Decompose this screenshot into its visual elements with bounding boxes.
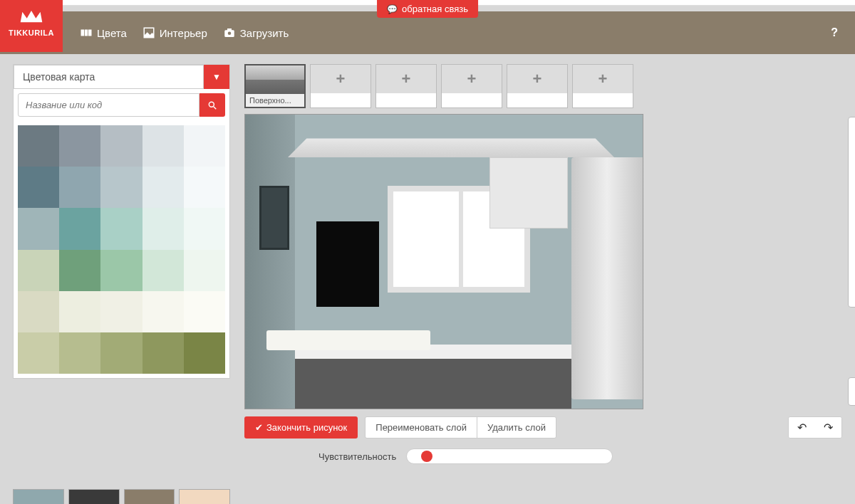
svg-rect-0 bbox=[81, 30, 85, 36]
color-swatch[interactable] bbox=[18, 332, 59, 374]
surface-tab-add[interactable]: + bbox=[310, 64, 371, 108]
color-swatch[interactable] bbox=[18, 125, 59, 167]
color-swatch[interactable] bbox=[184, 332, 225, 374]
selected-color-swatch[interactable]: S486 bbox=[124, 489, 175, 504]
color-swatch[interactable] bbox=[142, 250, 184, 291]
surface-tab-add[interactable]: + bbox=[375, 64, 437, 108]
line-tool[interactable] bbox=[849, 145, 855, 172]
feedback-label: обратная связь bbox=[402, 4, 468, 14]
color-swatch[interactable] bbox=[184, 167, 225, 208]
color-swatch[interactable] bbox=[100, 167, 142, 208]
image-icon bbox=[142, 26, 155, 39]
redo-icon: ↷ bbox=[824, 421, 833, 434]
delete-layer-button[interactable]: Удалить слой bbox=[477, 417, 556, 438]
color-swatch[interactable] bbox=[59, 250, 100, 291]
color-swatch[interactable] bbox=[18, 208, 59, 249]
chevron-down-icon: ▼ bbox=[212, 72, 221, 82]
canvas-toolbar bbox=[848, 117, 855, 308]
crown-icon bbox=[19, 9, 44, 26]
nav-colors[interactable]: Цвета bbox=[80, 26, 127, 39]
color-swatch[interactable] bbox=[59, 332, 100, 374]
search-button[interactable] bbox=[200, 93, 225, 117]
palette-icon bbox=[80, 26, 93, 39]
brand-logo[interactable]: TIKKURILA bbox=[0, 0, 63, 52]
eyedropper-tool[interactable] bbox=[849, 378, 855, 405]
surface-tabs: Поверхно... + + + + + bbox=[244, 64, 842, 108]
surface-tab-add[interactable]: + bbox=[507, 64, 568, 108]
selected-color-swatch[interactable]: Y406 bbox=[179, 489, 230, 504]
color-map-dropdown[interactable]: Цветовая карта bbox=[14, 65, 204, 89]
search-icon bbox=[207, 100, 217, 110]
selected-color-swatch[interactable]: L491 bbox=[13, 489, 64, 504]
plus-icon: + bbox=[573, 65, 633, 93]
undo-icon: ↶ bbox=[797, 421, 807, 434]
dropdown-toggle[interactable]: ▼ bbox=[204, 65, 229, 89]
nav-upload[interactable]: Загрузить bbox=[223, 26, 289, 39]
color-swatch[interactable] bbox=[59, 125, 100, 167]
svg-point-5 bbox=[228, 32, 232, 36]
color-swatch[interactable] bbox=[184, 291, 225, 332]
color-swatch[interactable] bbox=[100, 291, 142, 332]
paint-canvas[interactable] bbox=[244, 114, 643, 409]
fill-tool[interactable] bbox=[849, 117, 855, 145]
color-picker-panel: Цветовая карта ▼ bbox=[13, 64, 230, 379]
color-swatch[interactable] bbox=[100, 208, 142, 249]
zoom-in-tool[interactable] bbox=[849, 226, 855, 253]
color-swatch[interactable] bbox=[100, 250, 142, 291]
move-tool[interactable] bbox=[849, 280, 855, 307]
color-swatch[interactable] bbox=[59, 167, 100, 208]
surface-tab-active[interactable]: Поверхно... bbox=[244, 64, 306, 108]
color-swatch[interactable] bbox=[18, 291, 59, 332]
surface-tab-add[interactable]: + bbox=[441, 64, 502, 108]
slider-thumb[interactable] bbox=[421, 451, 432, 462]
rename-layer-button[interactable]: Переименовать слой bbox=[366, 417, 477, 438]
color-search-input[interactable] bbox=[18, 93, 200, 117]
nav-interior[interactable]: Интерьер bbox=[142, 26, 207, 39]
camera-icon bbox=[223, 26, 236, 39]
zoom-out-tool[interactable] bbox=[849, 253, 855, 280]
color-swatch[interactable] bbox=[184, 250, 225, 291]
plus-icon: + bbox=[507, 65, 567, 93]
color-swatch[interactable] bbox=[59, 208, 100, 249]
feedback-button[interactable]: обратная связь bbox=[377, 0, 478, 18]
surface-tab-add[interactable]: + bbox=[572, 64, 633, 108]
color-swatch[interactable] bbox=[59, 291, 100, 332]
sensitivity-label: Чувствительность bbox=[318, 451, 396, 462]
finish-drawing-button[interactable]: ✔ Закончить рисунок bbox=[244, 416, 358, 439]
color-swatch[interactable] bbox=[18, 250, 59, 291]
color-swatch[interactable] bbox=[142, 167, 184, 208]
sensitivity-slider[interactable] bbox=[406, 448, 613, 464]
color-swatch[interactable] bbox=[142, 125, 184, 167]
surface-thumbnail bbox=[246, 65, 304, 94]
navbar: TIKKURILA Цвета Интерьер Загрузить ? bbox=[0, 11, 855, 54]
color-swatch[interactable] bbox=[18, 167, 59, 208]
svg-rect-6 bbox=[227, 28, 232, 31]
svg-line-8 bbox=[214, 106, 217, 109]
plus-icon: + bbox=[442, 65, 502, 93]
color-swatch[interactable] bbox=[100, 332, 142, 374]
plus-icon: + bbox=[376, 65, 436, 93]
redo-button[interactable]: ↷ bbox=[815, 417, 841, 438]
brush-tool[interactable] bbox=[849, 172, 855, 199]
plus-icon: + bbox=[311, 65, 370, 93]
color-swatch[interactable] bbox=[142, 332, 184, 374]
color-swatch[interactable] bbox=[184, 125, 225, 167]
svg-rect-1 bbox=[85, 30, 88, 36]
color-swatch[interactable] bbox=[100, 125, 142, 167]
erase-tool[interactable] bbox=[849, 199, 855, 226]
svg-point-7 bbox=[209, 102, 214, 107]
undo-button[interactable]: ↶ bbox=[789, 417, 815, 438]
brand-text: TIKKURILA bbox=[9, 28, 54, 37]
selected-color-swatch[interactable]: Y498 bbox=[68, 489, 120, 504]
color-swatch[interactable] bbox=[184, 208, 225, 249]
color-swatch[interactable] bbox=[142, 291, 184, 332]
help-button[interactable]: ? bbox=[831, 26, 838, 39]
color-swatch[interactable] bbox=[142, 208, 184, 249]
selected-colors-bar: L491Y498S486Y406 bbox=[13, 489, 230, 504]
check-icon: ✔ bbox=[255, 422, 263, 433]
svg-rect-2 bbox=[88, 30, 92, 36]
